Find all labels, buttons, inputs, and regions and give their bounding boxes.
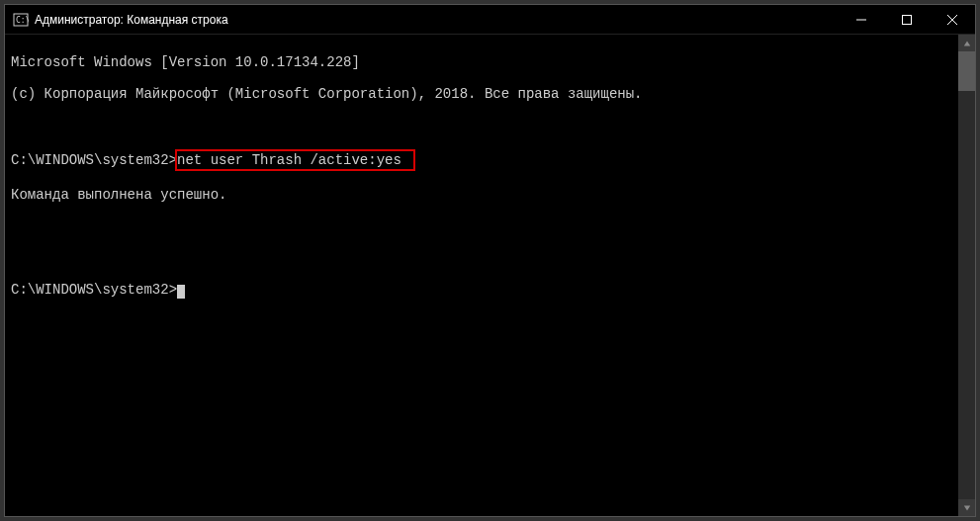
scroll-up-button[interactable] <box>958 35 975 51</box>
cmd-icon: C:\ <box>13 12 29 28</box>
minimize-button[interactable] <box>839 5 884 34</box>
vertical-scrollbar[interactable] <box>958 35 975 516</box>
blank-line <box>11 218 952 234</box>
window-controls <box>839 5 975 34</box>
command-text: net user Thrash /active:yes <box>177 152 401 168</box>
close-button[interactable] <box>930 5 975 34</box>
svg-marker-6 <box>963 41 969 45</box>
command-line-1: C:\WINDOWS\system32>net user Thrash /act… <box>11 149 952 171</box>
svg-rect-3 <box>903 15 912 24</box>
maximize-button[interactable] <box>884 5 930 34</box>
window-title: Администратор: Командная строка <box>35 13 839 27</box>
result-line: Команда выполнена успешно. <box>11 187 952 203</box>
scroll-thumb[interactable] <box>958 51 975 91</box>
command-prompt-window: C:\ Администратор: Командная строка Micr… <box>4 4 976 517</box>
prompt-path: C:\WINDOWS\system32> <box>11 152 177 168</box>
blank-line <box>11 118 952 133</box>
prompt-path: C:\WINDOWS\system32> <box>11 282 177 298</box>
content-area: Microsoft Windows [Version 10.0.17134.22… <box>5 35 975 516</box>
titlebar[interactable]: C:\ Администратор: Командная строка <box>5 5 975 35</box>
current-prompt-line: C:\WINDOWS\system32> <box>11 282 952 298</box>
terminal-output[interactable]: Microsoft Windows [Version 10.0.17134.22… <box>5 35 958 516</box>
version-line: Microsoft Windows [Version 10.0.17134.22… <box>11 54 952 70</box>
copyright-line: (c) Корпорация Майкрософт (Microsoft Cor… <box>11 86 952 102</box>
svg-text:C:\: C:\ <box>16 16 29 25</box>
blank-line <box>11 250 952 266</box>
cursor <box>177 285 185 299</box>
scroll-down-button[interactable] <box>958 499 975 516</box>
svg-marker-7 <box>963 505 969 510</box>
highlighted-command: net user Thrash /active:yes <box>175 149 415 171</box>
